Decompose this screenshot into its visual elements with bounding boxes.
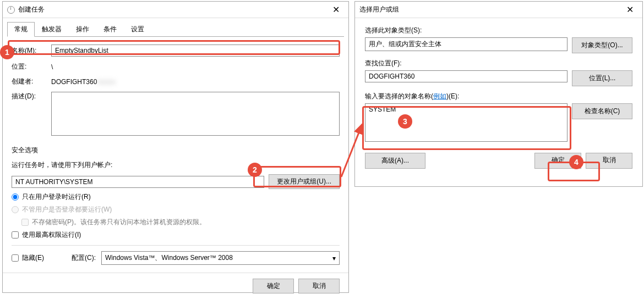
tab-triggers[interactable]: 触发器 — [35, 22, 69, 37]
account-value: NT AUTHORITY\SYSTEM — [12, 176, 264, 188]
create-task-window: 创建任务 ✕ 常规 触发器 操作 条件 设置 名称(M): 位置: \ 创建者:… — [2, 1, 349, 293]
clock-icon — [7, 6, 15, 14]
ok-button[interactable]: 确定 — [253, 279, 294, 293]
description-label: 描述(D): — [12, 92, 51, 101]
description-input[interactable] — [51, 92, 340, 136]
location-value: \ — [51, 63, 340, 71]
objtype-value: 用户、组或内置安全主体 — [365, 37, 567, 51]
callout-2: 2 — [248, 163, 262, 177]
config-label: 配置(C): — [72, 253, 96, 263]
runas-label: 运行任务时，请使用下列用户帐户: — [12, 160, 340, 170]
objtype-button[interactable]: 对象类型(O)... — [572, 37, 632, 53]
name-label: 名称(M): — [12, 46, 51, 56]
checkbox-highest-priv-label: 使用最高权限运行(I) — [22, 230, 81, 240]
objname-input[interactable]: SYSTEM — [365, 103, 567, 142]
objname-label: 输入要选择的对象名称(例如)(E): — [365, 92, 632, 101]
radio-logged-on-label: 只在用户登录时运行(R) — [22, 192, 91, 202]
radio-logged-on[interactable] — [12, 193, 19, 201]
location-label-2: 查找位置(F): — [365, 59, 632, 68]
checkname-button[interactable]: 检查名称(C) — [572, 103, 632, 119]
location-button[interactable]: 位置(L)... — [572, 70, 632, 86]
callout-1: 1 — [0, 45, 14, 59]
checkbox-nostore-label: 不存储密码(P)。该任务将只有访问本地计算机资源的权限。 — [32, 218, 206, 227]
config-select[interactable]: Windows Vista™、Windows Server™ 2008 ▾ — [101, 251, 340, 265]
close-icon[interactable]: ✕ — [324, 2, 348, 18]
creator-label: 创建者: — [12, 77, 51, 86]
titlebar: 创建任务 ✕ — [3, 2, 348, 18]
radio-any-login-label: 不管用户是否登录都要运行(W) — [22, 205, 112, 214]
location-value-2: DOGFIGHT360 — [365, 70, 567, 82]
example-link[interactable]: 例如 — [433, 92, 446, 100]
checkbox-hidden[interactable] — [12, 254, 19, 262]
chevron-down-icon: ▾ — [332, 254, 336, 262]
close-icon-2[interactable]: ✕ — [618, 2, 642, 18]
cancel-button[interactable]: 取消 — [298, 279, 340, 293]
checkbox-nostore[interactable] — [21, 219, 29, 226]
creator-value: DOGFIGHT360\xxxxx — [51, 78, 340, 86]
name-input[interactable] — [51, 45, 340, 57]
titlebar-2: 选择用户或组 ✕ — [355, 2, 642, 18]
callout-4: 4 — [569, 155, 583, 169]
security-title: 安全选项 — [12, 146, 340, 155]
window2-title: 选择用户或组 — [359, 5, 399, 14]
callout-3: 3 — [398, 114, 412, 129]
radio-any-login[interactable] — [12, 206, 19, 213]
select-user-window: 选择用户或组 ✕ 选择此对象类型(S): 用户、组或内置安全主体 对象类型(O)… — [354, 1, 643, 187]
cancel-button-2[interactable]: 取消 — [586, 153, 632, 169]
tab-general[interactable]: 常规 — [7, 22, 35, 37]
change-user-button[interactable]: 更改用户或组(U)... — [269, 174, 340, 189]
checkbox-hidden-label: 隐藏(E) — [22, 253, 44, 263]
tab-actions[interactable]: 操作 — [69, 22, 96, 37]
tab-settings[interactable]: 设置 — [124, 22, 151, 37]
window-title: 创建任务 — [18, 5, 45, 14]
advanced-button[interactable]: 高级(A)... — [365, 153, 425, 169]
location-label: 位置: — [12, 62, 51, 71]
objtype-label: 选择此对象类型(S): — [365, 26, 632, 35]
checkbox-highest-priv[interactable] — [12, 231, 19, 238]
tab-conditions[interactable]: 条件 — [96, 22, 124, 37]
tabs: 常规 触发器 操作 条件 设置 — [7, 21, 344, 37]
